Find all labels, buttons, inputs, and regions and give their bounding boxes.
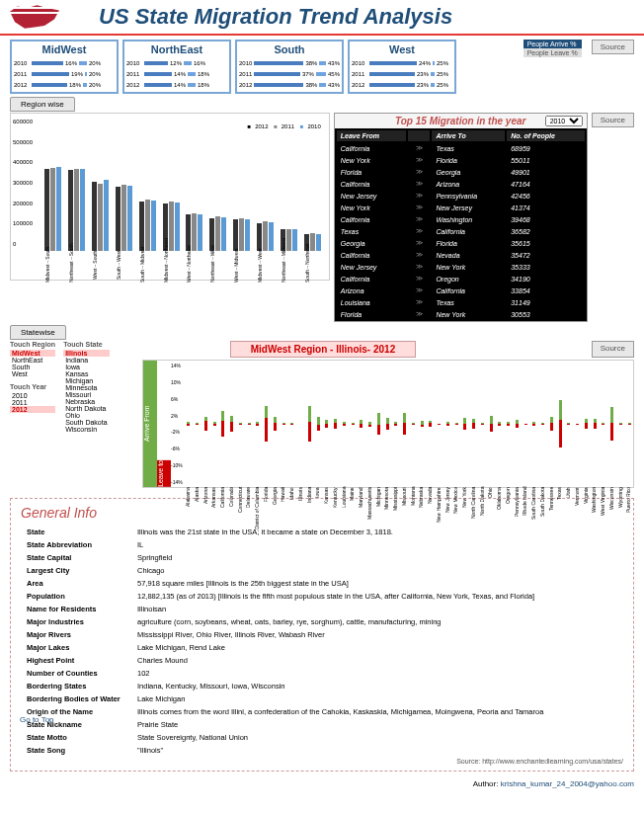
region-card-South[interactable]: South201038%43%201137%45%201238%43% bbox=[235, 40, 344, 94]
list-item[interactable]: NorthEast bbox=[10, 357, 55, 364]
table-row[interactable]: California≫Nevada35472 bbox=[337, 250, 585, 260]
region-card-MidWest[interactable]: MidWest201016%20%201119%20%201218%20% bbox=[10, 40, 119, 94]
list-item[interactable]: Ohio bbox=[63, 412, 109, 419]
table-row[interactable]: Texas≫California36582 bbox=[337, 226, 585, 236]
table-row[interactable]: California≫Washington39468 bbox=[337, 214, 585, 224]
page-title: US State Migration Trend Analysis bbox=[99, 4, 452, 30]
region-chart: ■2012 ■2011 ■2010 6000005000004000003000… bbox=[10, 113, 330, 281]
tab-regionwise[interactable]: Region wise bbox=[10, 97, 75, 112]
list-item[interactable]: South Dakota bbox=[63, 419, 109, 426]
list-item[interactable]: North Dakota bbox=[63, 405, 109, 412]
region-card-West[interactable]: West201024%25%201123%25%201223%25% bbox=[348, 40, 456, 94]
list-item[interactable]: Michigan bbox=[63, 377, 109, 384]
list-item[interactable]: 2010 bbox=[10, 392, 55, 399]
table-row[interactable]: Florida≫Georgia49901 bbox=[337, 167, 585, 177]
us-flag-icon bbox=[10, 4, 59, 30]
list-item[interactable]: South bbox=[10, 364, 55, 370]
table-row[interactable]: California≫Arizona47164 bbox=[337, 179, 585, 189]
legend: People Arrive % People Leave % bbox=[523, 40, 582, 57]
table-row[interactable]: California≫Oregon34190 bbox=[337, 274, 585, 284]
goto-top-link[interactable]: Go to Top bbox=[20, 715, 54, 724]
general-info: General Info StateIllinois was the 21st … bbox=[10, 498, 634, 772]
region-card-NorthEast[interactable]: NorthEast201012%16%201114%18%201214%18% bbox=[122, 40, 231, 94]
list-item[interactable]: 2012 bbox=[10, 406, 55, 413]
illinois-title: MidWest Region - Illinois- 2012 bbox=[230, 341, 417, 358]
list-item[interactable]: West bbox=[10, 370, 55, 377]
list-item[interactable]: Minnesota bbox=[63, 384, 109, 391]
illinois-chart: Arrive From Leave to 14%10%6%2%-2%-6%-10… bbox=[142, 360, 634, 488]
source-button-2[interactable]: Source bbox=[592, 113, 634, 127]
table-row[interactable]: Georgia≫Florida35615 bbox=[337, 238, 585, 248]
table-row[interactable]: California≫Texas68959 bbox=[337, 143, 585, 153]
list-item[interactable]: Wisconsin bbox=[63, 426, 109, 433]
list-item[interactable]: Indiana bbox=[63, 357, 109, 364]
table-row[interactable]: Florida≫New York30553 bbox=[337, 309, 585, 319]
author-link[interactable]: krishna_kumar_24_2004@yahoo.com bbox=[501, 779, 634, 788]
list-item[interactable]: 2011 bbox=[10, 399, 55, 406]
table-row[interactable]: Arizona≫California33854 bbox=[337, 285, 585, 295]
source-button[interactable]: Source bbox=[592, 40, 634, 54]
list-item[interactable]: Missouri bbox=[63, 391, 109, 398]
list-item[interactable]: Iowa bbox=[63, 364, 109, 370]
top15-panel: Top 15 Migration in the year 2010 Leave … bbox=[334, 113, 588, 322]
table-row[interactable]: New Jersey≫Pennsylvania42456 bbox=[337, 191, 585, 201]
list-item[interactable]: Illinois bbox=[63, 350, 109, 357]
year-select[interactable]: 2010 bbox=[545, 116, 583, 126]
table-row[interactable]: Louisiana≫Texas31149 bbox=[337, 297, 585, 307]
tab-statewise[interactable]: Statewise bbox=[10, 325, 66, 340]
list-item[interactable]: Kansas bbox=[63, 370, 109, 377]
table-row[interactable]: New York≫New Jersey41374 bbox=[337, 203, 585, 212]
selectors: Touch RegionMidWestNorthEastSouthWest To… bbox=[10, 341, 138, 433]
list-item[interactable]: MidWest bbox=[10, 350, 55, 357]
list-item[interactable]: Nebraska bbox=[63, 398, 109, 405]
table-row[interactable]: New York≫Florida55011 bbox=[337, 155, 585, 165]
table-row[interactable]: New Jersey≫New York35333 bbox=[337, 262, 585, 272]
source-button-3[interactable]: Source bbox=[592, 341, 634, 358]
